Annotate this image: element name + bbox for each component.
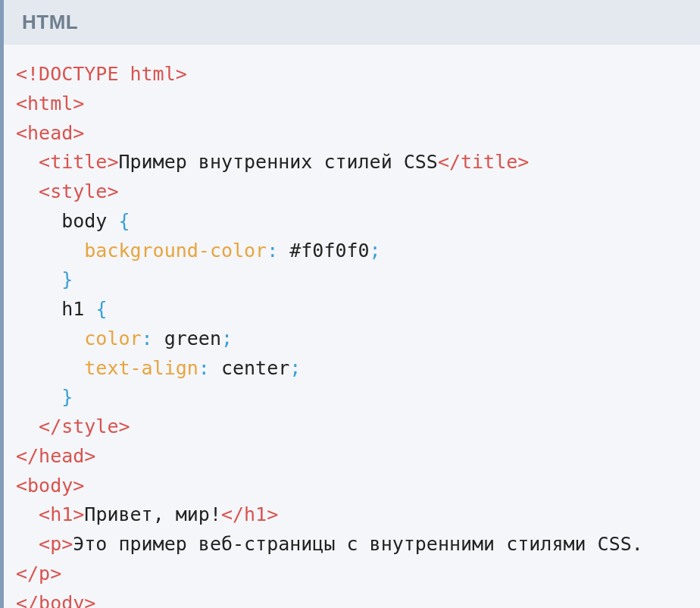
code-token-tag: <title>: [39, 151, 118, 173]
code-token-tag: </p>: [16, 563, 61, 584]
code-indent: [16, 357, 84, 379]
code-indent: [16, 386, 61, 408]
code-token-tag: </body>: [16, 592, 95, 609]
code-token-brace: {: [118, 210, 130, 232]
code-token-colon: :: [267, 240, 289, 262]
code-token-semicolon: ;: [221, 328, 233, 349]
code-token-tag: <p>: [39, 533, 73, 555]
code-token-brace: }: [61, 268, 73, 290]
code-token-tag: <html>: [16, 92, 84, 114]
code-indent: [16, 533, 39, 555]
code-token-property: color: [84, 328, 141, 349]
code-token-selector: h1: [61, 298, 95, 320]
code-token-tag: </style>: [39, 415, 130, 437]
code-token-colon: :: [198, 357, 221, 379]
code-indent: [16, 298, 61, 320]
code-indent: [16, 328, 84, 349]
code-token-tag: </title>: [438, 151, 529, 173]
code-token-selector: body: [61, 210, 118, 232]
code-token-property: text-align: [84, 357, 198, 379]
code-token-semicolon: ;: [370, 240, 381, 262]
code-indent: [16, 151, 39, 173]
code-token-text: Это пример веб-страницы с внутренними ст…: [73, 533, 643, 555]
code-token-colon: :: [142, 328, 164, 349]
code-language-label: HTML: [4, 0, 700, 45]
code-indent: [16, 503, 39, 525]
code-token-tag: <head>: [16, 122, 84, 144]
code-block: HTML <!DOCTYPE html> <html> <head> <titl…: [0, 0, 700, 608]
code-content: <!DOCTYPE html> <html> <head> <title>При…: [4, 45, 700, 608]
code-indent: [16, 180, 39, 202]
code-token-value: green: [164, 328, 221, 349]
code-token-semicolon: ;: [289, 357, 301, 379]
code-indent: [16, 240, 84, 262]
code-token-tag: <body>: [16, 475, 84, 497]
code-token-value: center: [221, 357, 289, 379]
code-token-tag: <style>: [39, 180, 118, 202]
code-token-property: background-color: [84, 240, 267, 262]
code-token-doctype: <!DOCTYPE html>: [16, 63, 187, 85]
code-token-tag: </h1>: [221, 503, 278, 525]
code-token-value: #f0f0f0: [289, 240, 369, 262]
code-token-brace: {: [95, 298, 107, 320]
code-token-text: Пример внутренних стилей CSS: [118, 151, 437, 173]
code-token-tag: </head>: [16, 445, 95, 467]
code-token-text: Привет, мир!: [84, 503, 221, 525]
code-indent: [16, 268, 61, 290]
code-token-tag: <h1>: [39, 503, 84, 525]
code-indent: [16, 415, 39, 437]
code-indent: [16, 210, 61, 232]
code-token-brace: }: [61, 386, 73, 408]
